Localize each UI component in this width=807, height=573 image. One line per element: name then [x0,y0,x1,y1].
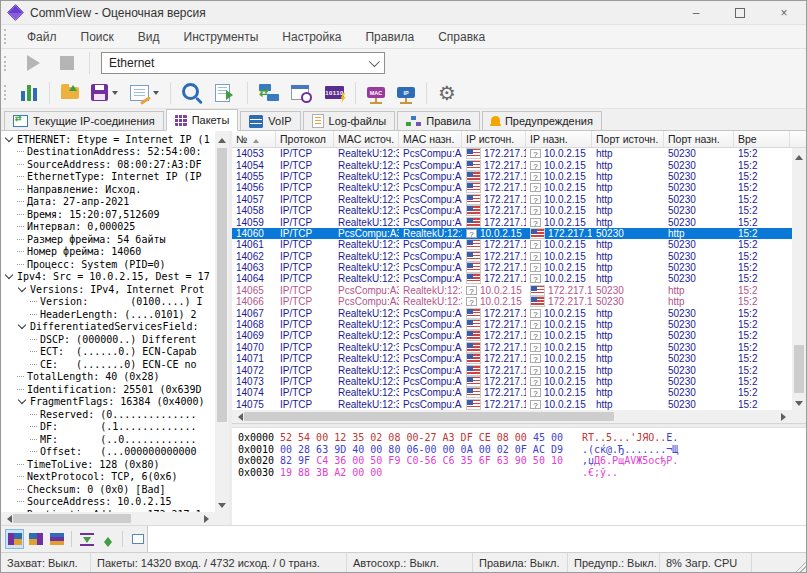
menu-item[interactable]: Правила [353,25,426,48]
tab-log[interactable]: Log-файлы [303,111,396,130]
export-button[interactable] [209,79,242,107]
table-row[interactable]: 14057IP/TCPRealtekU:12:3...PcsCompu:A3..… [232,194,792,205]
tree-node[interactable]: NextProtocol: TCP, 6(0x6) [1,471,215,484]
tree-vertical-scrollbar[interactable] [215,131,229,512]
ip-aliases-button[interactable]: IP [391,79,421,107]
layout-stacked-button[interactable] [47,529,66,549]
scroll-thumb[interactable] [13,514,131,523]
scroll-thumb[interactable] [217,148,227,422]
mac-aliases-button[interactable]: MAC [361,79,391,107]
table-row[interactable]: 14055IP/TCPRealtekU:12:3...PcsCompu:A3..… [232,171,792,182]
column-header[interactable]: IP источн. [462,131,526,147]
rules-edit-button[interactable] [124,79,165,107]
menu-item[interactable]: Вид [126,25,172,48]
tab-voip[interactable]: VoIP [240,111,300,130]
menu-item[interactable]: Файл [15,25,69,48]
table-row[interactable]: 14053IP/TCPRealtekU:12:3...PcsCompu:A3..… [232,148,792,159]
toolbar-grip[interactable] [4,29,9,44]
tree-node[interactable]: CE: (.......0) ECN-CE no [1,358,215,371]
resize-grip-icon[interactable] [794,560,806,572]
tree-node[interactable]: TimeToLive: 128 (0x80) [1,458,215,471]
tree-expander-icon[interactable] [5,271,13,279]
tree-node[interactable]: DifferentiatedServicesField: [1,321,215,334]
scroll-right-icon[interactable] [204,515,213,523]
table-row[interactable]: 14060IP/TCPPcsCompu:A3...RealtekU:12:3..… [232,228,792,239]
table-row[interactable]: 14073IP/TCPRealtekU:12:3...PcsCompu:A3..… [232,376,792,387]
toolbar-grip[interactable] [4,85,9,100]
table-row[interactable]: 14067IP/TCPRealtekU:12:3...PcsCompu:A3..… [232,307,792,318]
table-row[interactable]: 14070IP/TCPRealtekU:12:3...PcsCompu:A3..… [232,342,792,353]
table-row[interactable]: 14054IP/TCPRealtekU:12:3...PcsCompu:A3..… [232,159,792,170]
table-row[interactable]: 14068IP/TCPRealtekU:12:3...PcsCompu:A3..… [232,319,792,330]
tree-node[interactable]: EthernetType: Internet IP (IP [1,171,215,184]
scroll-up-icon[interactable] [218,134,226,143]
menu-item[interactable]: Инструменты [172,25,271,48]
tree-node[interactable]: DestinationAddress: 52:54:00: [1,146,215,159]
scheduler-button[interactable] [285,79,319,107]
chevron-down-icon[interactable] [112,91,118,98]
tree-node[interactable]: ECT: (......0.) ECN-Capab [1,346,215,359]
close-button[interactable]: × [762,1,806,24]
tree-node[interactable]: Reserved: (0.............. [1,408,215,421]
table-row[interactable]: 14058IP/TCPRealtekU:12:3...PcsCompu:A3..… [232,205,792,216]
table-vertical-scrollbar[interactable] [792,148,806,410]
table-row[interactable]: 14065IP/TCPPcsCompu:A3...RealtekU:12:3..… [232,285,792,296]
tree-node[interactable]: HeaderLength: (....0101) 2 [1,308,215,321]
menu-item[interactable]: Справка [426,25,497,48]
collapse-panel-button[interactable] [77,529,96,549]
tree-node[interactable]: Versions: IPv4, Internet Prot [1,283,215,296]
search-button[interactable] [176,79,209,107]
open-logs-button[interactable] [55,79,85,107]
layout-tree-left-button[interactable] [5,529,24,549]
table-row[interactable]: 14071IP/TCPRealtekU:12:3...PcsCompu:A3..… [232,353,792,364]
table-row[interactable]: 14061IP/TCPRealtekU:12:3...PcsCompu:A3..… [232,239,792,250]
table-row[interactable]: 14063IP/TCPRealtekU:12:3...PcsCompu:A3..… [232,262,792,273]
column-header[interactable]: Вре [734,131,790,147]
minimize-button[interactable]: – [674,1,718,24]
tree-expander-icon[interactable] [18,321,26,329]
column-header[interactable]: MAC назн. [399,131,462,147]
table-row[interactable]: 14064IP/TCPRealtekU:12:3...PcsCompu:A3..… [232,273,792,284]
start-capture-button[interactable] [27,55,40,71]
tree-node[interactable]: DSCP: (000000..) Different [1,333,215,346]
tree-horizontal-scrollbar[interactable] [1,512,215,525]
copy-window-button[interactable] [128,529,147,549]
tree-node[interactable]: SourceAddress: 10.0.2.15 [1,496,215,509]
table-row[interactable]: 14056IP/TCPRealtekU:12:3...PcsCompu:A3..… [232,182,792,193]
column-header[interactable]: № [232,131,276,147]
tree-node[interactable]: Checksum: 0 (0x0) [Bad] [1,483,215,496]
table-row[interactable]: 14066IP/TCPPcsCompu:A3...RealtekU:12:3..… [232,296,792,307]
scroll-down-icon[interactable] [795,401,803,410]
tree-node[interactable]: Version: (0100....) I [1,296,215,309]
column-header[interactable]: Порт назн. [664,131,734,147]
column-header[interactable]: Порт источн. [592,131,664,147]
table-row[interactable]: 14074IP/TCPRealtekU:12:3...PcsCompu:A3..… [232,387,792,398]
column-header[interactable]: IP назн. [526,131,592,147]
table-horizontal-scrollbar[interactable] [232,410,792,423]
tree-node[interactable]: Дата: 27-апр-2021 [1,196,215,209]
tree-node[interactable]: FragmentFlags: 16384 (0x4000) [1,396,215,409]
maximize-button[interactable] [718,1,762,24]
tree-node[interactable]: Направление: Исход. [1,183,215,196]
expand-panel-button[interactable] [98,529,117,549]
scroll-left-icon[interactable] [3,515,12,523]
tree-node[interactable]: Процесс: System (PID=0) [1,258,215,271]
packet-generator-button[interactable]: 10110 [319,79,350,107]
tree-node[interactable]: Номер фрейма: 14060 [1,246,215,259]
settings-button[interactable] [432,79,462,107]
tree-expander-icon[interactable] [5,134,13,142]
scroll-up-icon[interactable] [795,151,803,160]
scroll-thumb[interactable] [244,412,614,421]
tree-node[interactable]: MF: (..0............ [1,433,215,446]
tab-alerts[interactable]: Предупреждения [482,111,602,130]
tab-rules[interactable]: Правила [397,111,480,130]
scroll-right-icon[interactable] [781,413,790,421]
scroll-left-icon[interactable] [234,413,243,421]
statistics-button[interactable] [15,79,44,107]
tree-expander-icon[interactable] [18,396,26,404]
table-row[interactable]: 14059IP/TCPRealtekU:12:3...PcsCompu:A3..… [232,216,792,227]
chevron-down-icon[interactable] [153,91,159,98]
tree-node[interactable]: Время: 15:20:07,512609 [1,208,215,221]
menu-item[interactable]: Поиск [69,25,126,48]
column-header[interactable]: MAC источ. [334,131,399,147]
